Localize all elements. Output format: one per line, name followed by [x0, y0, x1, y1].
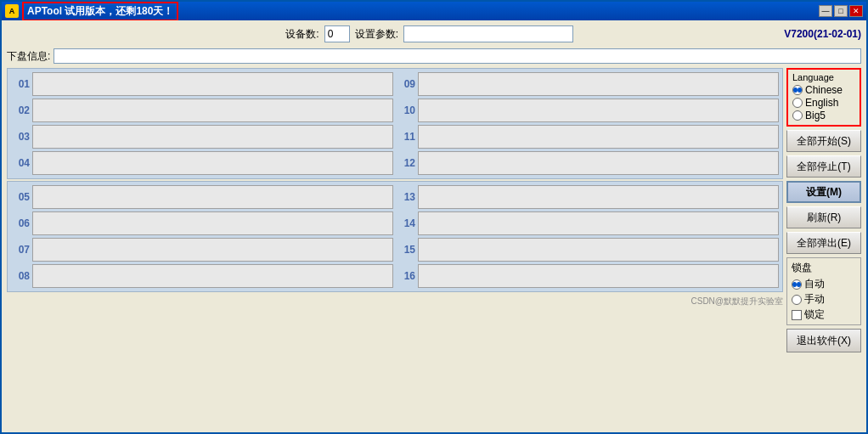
minimize-button[interactable]: —: [819, 5, 832, 17]
content-area: 设备数: 设置参数: V7200(21-02-01) 下盘信息: 01: [2, 20, 866, 432]
radio-manual[interactable]: 手动: [792, 292, 856, 307]
panel-item-15: 15: [397, 238, 779, 262]
panel-item-10: 10: [397, 99, 779, 122]
checkbox-locked[interactable]: 锁定: [792, 307, 856, 322]
info-input[interactable]: [54, 48, 861, 64]
language-title: Language: [792, 72, 855, 82]
panel-box-15[interactable]: [418, 238, 779, 262]
panel-item-11: 11: [397, 125, 779, 149]
panels-group-1: 01 09 02: [7, 68, 783, 179]
radio-label-big5: Big5: [805, 110, 826, 121]
panel-num-01: 01: [11, 78, 30, 90]
radio-english[interactable]: English: [792, 97, 855, 109]
panel-box-14[interactable]: [418, 211, 779, 235]
panel-box-07[interactable]: [32, 238, 393, 262]
panel-num-05: 05: [11, 191, 30, 203]
panel-box-08[interactable]: [32, 264, 393, 288]
radio-circle-english[interactable]: [792, 98, 803, 108]
radio-label-english: English: [805, 97, 838, 109]
language-box: Language Chinese English Big5: [786, 68, 861, 127]
panel-box-05[interactable]: [32, 185, 393, 209]
panel-item-03: 03: [11, 125, 393, 149]
panel-box-04[interactable]: [32, 151, 393, 175]
panel-box-16[interactable]: [418, 264, 779, 288]
panel-box-10[interactable]: [418, 99, 779, 122]
checkbox-box-locked[interactable]: [792, 310, 802, 320]
panel-box-11[interactable]: [418, 125, 779, 149]
panel-item-07: 07: [11, 238, 393, 262]
title-bar: A APTool 试用版本，还剩180天！ — □ ✕: [2, 2, 866, 20]
panels-area: 01 09 02: [7, 68, 783, 429]
eject-all-button[interactable]: 全部弹出(E): [786, 232, 861, 254]
lock-box: 锁盘 自动 手动 锁定: [786, 257, 861, 325]
maximize-button[interactable]: □: [834, 5, 848, 17]
panel-num-10: 10: [397, 104, 415, 116]
panel-box-09[interactable]: [418, 72, 779, 96]
panel-item-13: 13: [397, 185, 779, 209]
panel-num-15: 15: [397, 244, 415, 256]
panel-num-04: 04: [11, 157, 30, 169]
device-count-input[interactable]: [324, 25, 350, 42]
panels-row-1: 01 09: [11, 72, 779, 96]
panels-group-2: 05 13 06: [7, 181, 783, 292]
exit-button[interactable]: 退出软件(X): [786, 329, 861, 352]
radio-label-auto: 自动: [804, 277, 825, 291]
radio-circle-auto[interactable]: [792, 279, 802, 290]
panel-num-11: 11: [397, 131, 415, 143]
device-count-label: 设备数:: [285, 27, 318, 42]
panel-num-02: 02: [11, 104, 30, 116]
panel-box-06[interactable]: [32, 211, 393, 235]
radio-circle-chinese[interactable]: [792, 85, 803, 95]
panel-item-16: 16: [397, 264, 779, 288]
top-bar-center: 设备数: 设置参数:: [75, 25, 784, 42]
panels-row-7: 07 15: [11, 238, 779, 262]
panel-num-14: 14: [397, 217, 415, 229]
top-bar: 设备数: 设置参数: V7200(21-02-01): [7, 24, 861, 44]
panels-row-2: 02 10: [11, 99, 779, 122]
panels-row-8: 08 16: [11, 264, 779, 288]
panel-box-12[interactable]: [418, 151, 779, 175]
panel-num-07: 07: [11, 244, 30, 256]
close-button[interactable]: ✕: [849, 5, 863, 17]
version-text: V7200(21-02-01): [784, 28, 861, 40]
main-area: 01 09 02: [7, 68, 861, 429]
panel-item-04: 04: [11, 151, 393, 175]
info-bar: 下盘信息:: [7, 48, 861, 65]
panel-item-08: 08: [11, 264, 393, 288]
device-params-label: 设置参数:: [355, 27, 398, 42]
checkbox-label-locked: 锁定: [804, 307, 825, 322]
radio-circle-manual[interactable]: [792, 295, 802, 305]
panel-num-12: 12: [397, 157, 415, 169]
panel-item-09: 09: [397, 72, 779, 96]
radio-label-chinese: Chinese: [805, 84, 843, 96]
panel-box-01[interactable]: [32, 72, 393, 96]
radio-big5[interactable]: Big5: [792, 110, 855, 121]
panel-box-03[interactable]: [32, 125, 393, 149]
radio-auto[interactable]: 自动: [792, 277, 856, 291]
radio-circle-big5[interactable]: [792, 110, 803, 121]
panel-item-02: 02: [11, 99, 393, 122]
stop-all-button[interactable]: 全部停止(T): [786, 155, 861, 178]
watermark: CSDN@默默提升实验室: [7, 296, 783, 307]
panel-item-06: 06: [11, 211, 393, 235]
panels-row-6: 06 14: [11, 211, 779, 235]
panel-num-13: 13: [397, 191, 415, 203]
panel-box-13[interactable]: [418, 185, 779, 209]
radio-chinese[interactable]: Chinese: [792, 84, 855, 96]
app-icon: A: [5, 4, 19, 18]
main-window: A APTool 试用版本，还剩180天！ — □ ✕ 设备数: 设置参数: V…: [0, 0, 868, 434]
panel-box-02[interactable]: [32, 99, 393, 122]
settings-button[interactable]: 设置(M): [786, 181, 861, 203]
panels-row-5: 05 13: [11, 185, 779, 209]
panels-row-4: 04 12: [11, 151, 779, 175]
info-label: 下盘信息:: [7, 49, 50, 64]
panel-num-09: 09: [397, 78, 415, 90]
panel-num-03: 03: [11, 131, 30, 143]
panel-num-16: 16: [397, 270, 415, 282]
panel-item-14: 14: [397, 211, 779, 235]
start-all-button[interactable]: 全部开始(S): [786, 130, 861, 152]
refresh-button[interactable]: 刷新(R): [786, 206, 861, 228]
device-params-input[interactable]: [403, 25, 573, 42]
panel-item-01: 01: [11, 72, 393, 96]
lock-title: 锁盘: [792, 261, 856, 275]
